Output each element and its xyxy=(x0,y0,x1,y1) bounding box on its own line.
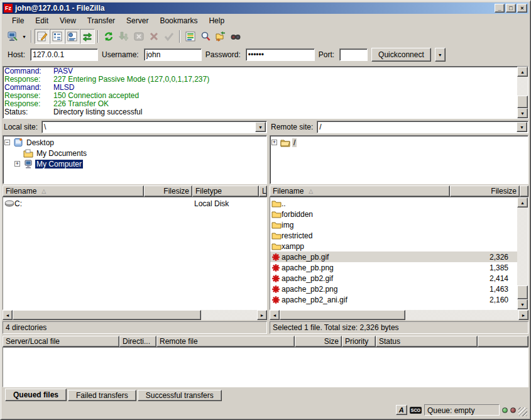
site-manager-dropdown-icon[interactable]: ▼ xyxy=(20,29,28,44)
scroll-thumb[interactable] xyxy=(13,310,201,320)
column-filename[interactable]: Filename△ xyxy=(270,185,450,197)
tab-failed-transfers[interactable]: Failed transfers xyxy=(68,390,136,401)
column-status[interactable]: Status xyxy=(376,336,478,347)
my-computer-icon xyxy=(23,159,33,169)
scroll-track[interactable] xyxy=(517,207,528,285)
password-input[interactable] xyxy=(246,48,315,61)
scroll-track[interactable] xyxy=(201,310,257,320)
tree-item-my-computer[interactable]: + My Computer xyxy=(4,158,265,169)
scroll-up-icon[interactable]: ▲ xyxy=(517,67,528,77)
close-button[interactable]: × xyxy=(517,4,527,13)
scroll-down-icon[interactable]: ▼ xyxy=(517,108,528,118)
scroll-thumb[interactable] xyxy=(280,310,405,320)
cancel-icon[interactable] xyxy=(131,29,146,44)
menu-server[interactable]: Server xyxy=(121,15,154,26)
local-status-text: 4 directories xyxy=(3,321,267,334)
scroll-right-icon[interactable]: ► xyxy=(518,310,528,320)
tree-item-root[interactable]: + / xyxy=(271,137,527,148)
process-queue-icon[interactable] xyxy=(116,29,131,44)
remote-file-row[interactable]: apache_pb.png 1,385 xyxy=(270,262,517,273)
reconnect-icon[interactable] xyxy=(161,29,177,44)
combo-dropdown-icon[interactable]: ▼ xyxy=(255,122,266,132)
remote-file-row[interactable]: xampp xyxy=(270,241,517,251)
remote-file-row[interactable]: apache_pb2.png 1,463 xyxy=(270,284,517,294)
expand-icon[interactable]: + xyxy=(14,161,20,167)
host-input[interactable] xyxy=(30,48,98,61)
menu-transfer[interactable]: Transfer xyxy=(82,15,121,26)
remote-site-combobox[interactable]: / ▼ xyxy=(317,121,528,133)
column-filetype[interactable]: Filetype xyxy=(192,185,259,197)
column-size[interactable]: Size xyxy=(295,336,342,347)
toggle-transfer-queue-icon[interactable] xyxy=(80,29,95,44)
synchronized-browsing-icon[interactable] xyxy=(213,29,228,44)
scroll-thumb[interactable] xyxy=(517,96,528,108)
remote-file-row[interactable]: apache_pb2_ani.gif 2,160 xyxy=(270,294,517,305)
tree-item-my-documents[interactable]: My Documents xyxy=(4,148,265,158)
remote-vertical-scrollbar[interactable]: ▲ ▼ xyxy=(517,197,528,309)
scroll-track[interactable] xyxy=(517,77,528,96)
column-filesize[interactable]: Filesize xyxy=(450,185,520,197)
column-last-modified[interactable]: L xyxy=(259,185,267,197)
maximize-button[interactable]: □ xyxy=(506,4,516,13)
column-spacer xyxy=(520,185,528,197)
remote-file-row-selected[interactable]: apache_pb.gif 2,326 xyxy=(270,251,517,262)
local-site-combobox[interactable]: \ ▼ xyxy=(41,121,267,133)
site-manager-icon[interactable] xyxy=(5,29,20,44)
menu-file[interactable]: File xyxy=(6,15,30,26)
file-name: apache_pb2.png xyxy=(282,285,449,294)
combo-dropdown-icon[interactable]: ▼ xyxy=(517,122,527,132)
log-type: Status: xyxy=(4,108,53,116)
tab-queued-files[interactable]: Queued files xyxy=(5,389,67,401)
toggle-message-log-icon[interactable] xyxy=(35,29,50,44)
remote-file-row[interactable]: restricted xyxy=(270,230,517,241)
remote-file-row[interactable]: img xyxy=(270,219,517,230)
quickconnect-button[interactable]: Quickconnect xyxy=(371,48,431,62)
scroll-left-icon[interactable]: ◄ xyxy=(270,310,280,320)
disk-drive-icon xyxy=(4,200,14,207)
username-input[interactable] xyxy=(144,48,202,61)
disconnect-icon[interactable] xyxy=(146,29,161,44)
local-pane: Local site: \ ▼ − Desktop xyxy=(3,120,267,334)
menu-edit[interactable]: Edit xyxy=(30,15,54,26)
scroll-up-icon[interactable]: ▲ xyxy=(517,197,528,207)
scroll-left-icon[interactable]: ◄ xyxy=(3,310,13,320)
expand-icon[interactable]: + xyxy=(271,140,277,145)
resize-grip[interactable] xyxy=(518,407,527,416)
scroll-down-icon[interactable]: ▼ xyxy=(517,299,528,309)
menu-view[interactable]: View xyxy=(54,15,82,26)
remote-horizontal-scrollbar[interactable]: ◄ ► xyxy=(270,310,528,320)
local-file-row[interactable]: C: Local Disk xyxy=(3,198,266,209)
search-icon[interactable] xyxy=(228,29,243,44)
scroll-track[interactable] xyxy=(405,310,518,320)
column-filename[interactable]: Filename△ xyxy=(3,185,144,197)
remote-file-row[interactable]: forbidden xyxy=(270,209,517,219)
tree-item-desktop[interactable]: − Desktop xyxy=(4,137,265,148)
scroll-thumb[interactable] xyxy=(517,285,528,299)
port-input[interactable] xyxy=(339,48,368,61)
minimize-button[interactable]: _ xyxy=(495,4,505,13)
folder-icon xyxy=(280,138,290,148)
transfer-type-indicator-icon[interactable]: A xyxy=(396,405,407,415)
toggle-local-tree-icon[interactable] xyxy=(50,29,65,44)
column-server-local-file[interactable]: Server/Local file xyxy=(3,336,119,347)
remote-file-row[interactable]: apache_pb2.gif 2,414 xyxy=(270,273,517,284)
quickconnect-dropdown-icon[interactable]: ▼ xyxy=(435,48,446,62)
local-horizontal-scrollbar[interactable]: ◄ ► xyxy=(3,310,267,320)
scroll-right-icon[interactable]: ► xyxy=(257,310,267,320)
column-filesize[interactable]: Filesize xyxy=(144,185,192,197)
tab-successful-transfers[interactable]: Successful transfers xyxy=(138,390,222,401)
column-direction[interactable]: Directi... xyxy=(119,336,156,347)
refresh-icon[interactable] xyxy=(101,29,116,44)
filter-icon[interactable] xyxy=(198,29,213,44)
file-type: Local Disk xyxy=(192,199,258,208)
toggle-remote-tree-icon[interactable] xyxy=(65,29,80,44)
menu-help[interactable]: Help xyxy=(203,15,230,26)
remote-file-row[interactable]: .. xyxy=(270,198,517,209)
menu-bookmarks[interactable]: Bookmarks xyxy=(154,15,203,26)
collapse-icon[interactable]: − xyxy=(4,140,10,145)
column-priority[interactable]: Priority xyxy=(342,336,376,347)
column-remote-file[interactable]: Remote file xyxy=(156,336,295,347)
filezilla-window: Fz john@127.0.0.1 - FileZilla _ □ × File… xyxy=(0,0,531,420)
directory-comparison-icon[interactable] xyxy=(183,29,198,44)
log-scrollbar[interactable]: ▲ ▼ xyxy=(517,67,528,118)
